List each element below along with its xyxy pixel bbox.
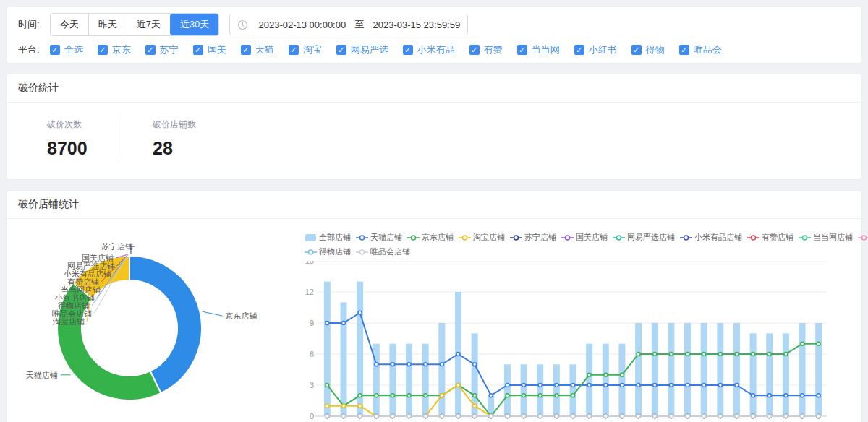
data-point-marker[interactable] [375, 363, 378, 366]
data-point-marker[interactable] [341, 322, 345, 325]
pie-slice-京东店铺[interactable] [129, 256, 202, 393]
data-point-marker[interactable] [358, 394, 362, 397]
data-point-marker[interactable] [767, 353, 771, 356]
legend-item-得物店铺[interactable]: 得物店铺 [305, 246, 351, 257]
checkbox-checked-icon[interactable]: ✓ [631, 45, 642, 55]
data-point-marker[interactable] [555, 394, 558, 397]
data-point-marker[interactable] [391, 394, 394, 397]
data-point-marker[interactable] [801, 342, 804, 345]
data-point-marker[interactable] [669, 415, 673, 418]
data-point-marker[interactable] [375, 394, 378, 397]
legend-item-小米有品店铺[interactable]: 小米有品店铺 [680, 232, 742, 243]
bar[interactable] [340, 302, 346, 416]
legend-item-全部店铺[interactable]: 全部店铺 [305, 232, 351, 243]
data-point-marker[interactable] [424, 363, 427, 366]
checkbox-checked-icon[interactable]: ✓ [679, 45, 689, 55]
legend-item-当当网店铺[interactable]: 当当网店铺 [799, 232, 853, 243]
checkbox-checked-icon[interactable]: ✓ [403, 45, 413, 55]
data-point-marker[interactable] [456, 384, 460, 387]
data-point-marker[interactable] [555, 384, 558, 387]
platform-checkbox-京东[interactable]: ✓京东 [98, 43, 131, 56]
bar[interactable] [438, 323, 445, 416]
data-point-marker[interactable] [407, 394, 411, 397]
data-point-marker[interactable] [735, 384, 739, 387]
data-point-marker[interactable] [817, 342, 820, 345]
data-point-marker[interactable] [489, 415, 493, 418]
bar[interactable] [733, 323, 740, 416]
range-button-近30天[interactable]: 近30天 [170, 14, 218, 35]
data-point-marker[interactable] [440, 415, 443, 418]
data-point-marker[interactable] [620, 415, 624, 418]
data-point-marker[interactable] [391, 415, 394, 418]
data-point-marker[interactable] [604, 415, 608, 418]
data-point-marker[interactable] [784, 394, 788, 397]
data-point-marker[interactable] [341, 415, 345, 418]
range-button-昨天[interactable]: 昨天 [88, 14, 127, 35]
data-point-marker[interactable] [752, 415, 755, 418]
legend-item-京东店铺[interactable]: 京东店铺 [407, 232, 454, 243]
data-point-marker[interactable] [522, 394, 526, 397]
data-point-marker[interactable] [424, 394, 427, 397]
data-point-marker[interactable] [686, 415, 689, 418]
data-point-marker[interactable] [456, 415, 460, 418]
legend-item-小红书店铺[interactable]: 小红书店铺 [858, 232, 868, 243]
data-point-marker[interactable] [473, 415, 477, 418]
date-range-picker[interactable]: 2023-02-13 00:00:00 至 2023-03-15 23:59:5… [229, 14, 468, 35]
bar[interactable] [553, 364, 560, 416]
data-point-marker[interactable] [718, 384, 722, 387]
data-point-marker[interactable] [358, 311, 362, 314]
data-point-marker[interactable] [522, 384, 526, 387]
checkbox-checked-icon[interactable]: ✓ [574, 45, 584, 55]
bar[interactable] [570, 364, 576, 416]
bar[interactable] [603, 344, 609, 416]
data-point-marker[interactable] [784, 353, 788, 356]
platform-checkbox-得物[interactable]: ✓得物 [631, 43, 665, 56]
data-point-marker[interactable] [767, 415, 771, 418]
legend-item-淘宝店铺[interactable]: 淘宝店铺 [459, 232, 505, 243]
checkbox-checked-icon[interactable]: ✓ [145, 45, 156, 55]
range-button-近7天[interactable]: 近7天 [127, 14, 170, 35]
data-point-marker[interactable] [407, 363, 411, 366]
platform-checkbox-苏宁[interactable]: ✓苏宁 [145, 43, 179, 56]
platform-checkbox-网易严选[interactable]: ✓网易严选 [336, 43, 388, 56]
bar[interactable] [783, 333, 789, 416]
checkbox-checked-icon[interactable]: ✓ [336, 45, 346, 55]
platform-checkbox-小红书[interactable]: ✓小红书 [574, 43, 617, 56]
data-point-marker[interactable] [817, 394, 820, 397]
data-point-marker[interactable] [440, 394, 443, 397]
bar[interactable] [389, 344, 396, 416]
data-point-marker[interactable] [473, 404, 477, 408]
data-point-marker[interactable] [571, 384, 575, 387]
checkbox-checked-icon[interactable]: ✓ [289, 45, 299, 55]
data-point-marker[interactable] [604, 373, 608, 376]
legend-item-天猫店铺[interactable]: 天猫店铺 [356, 232, 402, 243]
data-point-marker[interactable] [424, 415, 427, 418]
bar[interactable] [586, 344, 592, 416]
bar[interactable] [652, 323, 658, 416]
data-point-marker[interactable] [326, 384, 329, 387]
data-point-marker[interactable] [784, 415, 788, 418]
bar[interactable] [373, 344, 380, 416]
data-point-marker[interactable] [571, 394, 575, 397]
data-point-marker[interactable] [801, 394, 804, 397]
data-point-marker[interactable] [587, 415, 591, 418]
platform-checkbox-唯品会[interactable]: ✓唯品会 [679, 43, 722, 56]
legend-item-网易严选店铺[interactable]: 网易严选店铺 [613, 232, 675, 243]
data-point-marker[interactable] [653, 353, 657, 356]
checkbox-checked-icon[interactable]: ✓ [98, 45, 108, 55]
bar[interactable] [815, 323, 822, 416]
data-point-marker[interactable] [653, 415, 657, 418]
data-point-marker[interactable] [817, 415, 820, 418]
data-point-marker[interactable] [538, 415, 542, 418]
data-point-marker[interactable] [669, 353, 673, 356]
bar[interactable] [750, 333, 757, 416]
bar[interactable] [701, 323, 707, 416]
platform-checkbox-全选[interactable]: ✓全选 [50, 43, 83, 56]
platform-checkbox-有赞[interactable]: ✓有赞 [469, 43, 503, 56]
data-point-marker[interactable] [473, 363, 477, 366]
data-point-marker[interactable] [702, 384, 706, 387]
bar[interactable] [324, 282, 331, 416]
data-point-marker[interactable] [326, 415, 329, 418]
range-button-今天[interactable]: 今天 [51, 14, 88, 35]
checkbox-checked-icon[interactable]: ✓ [469, 45, 480, 55]
